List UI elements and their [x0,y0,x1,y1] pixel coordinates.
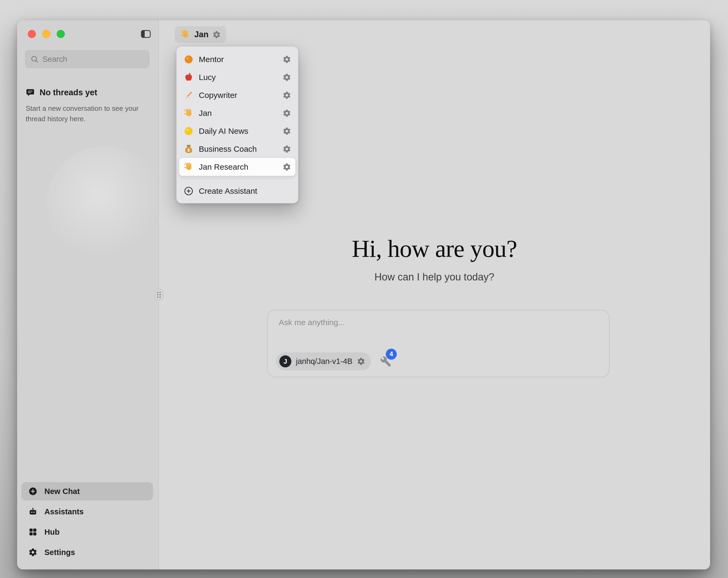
greeting-title: Hi, how are you? [159,234,710,263]
gear-icon[interactable] [283,73,291,82]
gear-icon[interactable] [283,127,291,135]
orange-circle-icon [184,54,194,65]
search-input[interactable] [43,55,144,64]
assistant-item-lucy[interactable]: Lucy [179,68,295,86]
sidebar-resize-handle[interactable] [155,289,163,300]
sidebar: No threads yet Start a new conversation … [17,20,159,570]
assistant-item-label: Mentor [199,55,224,64]
grid-icon [28,527,37,536]
assistant-item-daily-ai-news[interactable]: Daily AI News [179,122,295,140]
empty-threads-state: No threads yet Start a new conversation … [26,88,149,124]
toggle-sidebar-button[interactable] [139,27,153,41]
current-assistant-name: Jan [194,30,208,39]
plus-circle-icon [28,487,37,496]
money-bag-icon [184,144,194,154]
empty-state-title: No threads yet [40,88,97,97]
search-field[interactable] [25,50,149,68]
plus-circle-outline-icon [184,186,194,196]
nav-item-label: Settings [45,548,75,557]
create-assistant-label: Create Assistant [199,186,257,196]
empty-state-description: Start a new conversation to see your thr… [26,103,146,124]
app-window: No threads yet Start a new conversation … [17,20,710,570]
nav-item-label: New Chat [45,487,80,496]
gear-icon[interactable] [283,109,291,118]
assistant-item-copywriter[interactable]: Copywriter [179,86,295,104]
assistant-item-label: Jan [199,109,212,118]
assistant-item-jan[interactable]: Jan [179,104,295,122]
model-avatar: J [279,355,291,368]
sidebar-highlight-blob [47,146,162,261]
sidebar-item-hub[interactable]: Hub [21,523,153,541]
assistant-item-label: Jan Research [199,162,248,172]
menu-divider [181,179,293,179]
gear-icon[interactable] [283,91,291,100]
close-window-button[interactable] [28,30,36,38]
assistant-item-label: Copywriter [199,91,237,100]
pencil-icon [184,90,194,100]
sidebar-item-settings[interactable]: Settings [21,543,153,561]
wave-hand-icon [184,108,194,118]
assistant-selector-button[interactable]: Jan [175,26,226,43]
assistant-item-jan-research[interactable]: Jan Research [179,158,295,176]
tools-button[interactable]: 4 [380,355,393,368]
tools-count-badge: 4 [386,349,397,360]
wave-hand-icon [184,162,194,172]
assistant-dropdown-menu: Mentor Lucy Copywriter Jan Daily AI News… [176,46,298,203]
gear-icon [28,548,37,557]
model-selector-button[interactable]: J janhq/Jan-v1-4B [276,352,371,370]
gear-icon[interactable] [357,357,365,366]
window-controls [28,30,65,38]
nav-item-label: Assistants [45,507,84,516]
message-bubble-icon [26,88,35,97]
nav-item-label: Hub [45,528,59,536]
greeting-subtitle: How can I help you today? [159,271,710,283]
model-name: janhq/Jan-v1-4B [296,357,353,366]
wave-hand-icon [180,29,190,40]
search-icon [30,55,39,64]
gear-icon[interactable] [283,163,291,171]
assistant-item-mentor[interactable]: Mentor [179,50,295,68]
create-assistant-button[interactable]: Create Assistant [179,182,295,200]
chat-input[interactable] [279,318,598,337]
assistant-item-label: Daily AI News [199,127,248,136]
chat-composer[interactable]: J janhq/Jan-v1-4B 4 [267,310,609,377]
assistant-item-business-coach[interactable]: Business Coach [179,140,295,158]
robot-icon [28,507,37,516]
zoom-window-button[interactable] [57,30,65,38]
assistant-item-label: Business Coach [199,145,257,154]
gear-icon[interactable] [212,30,221,39]
sidebar-toggle-icon [140,28,151,40]
sidebar-bottom-nav: New Chat Assistants Hub Settings [21,482,153,561]
minimize-window-button[interactable] [42,30,50,38]
sidebar-item-new-chat[interactable]: New Chat [21,482,153,500]
composer-toolbar: J janhq/Jan-v1-4B 4 [276,352,393,370]
yellow-circle-icon [184,126,194,136]
gear-icon[interactable] [283,55,291,64]
apple-icon [184,72,194,82]
sidebar-item-assistants[interactable]: Assistants [21,503,153,521]
assistant-item-label: Lucy [199,73,216,82]
gear-icon[interactable] [283,145,291,153]
